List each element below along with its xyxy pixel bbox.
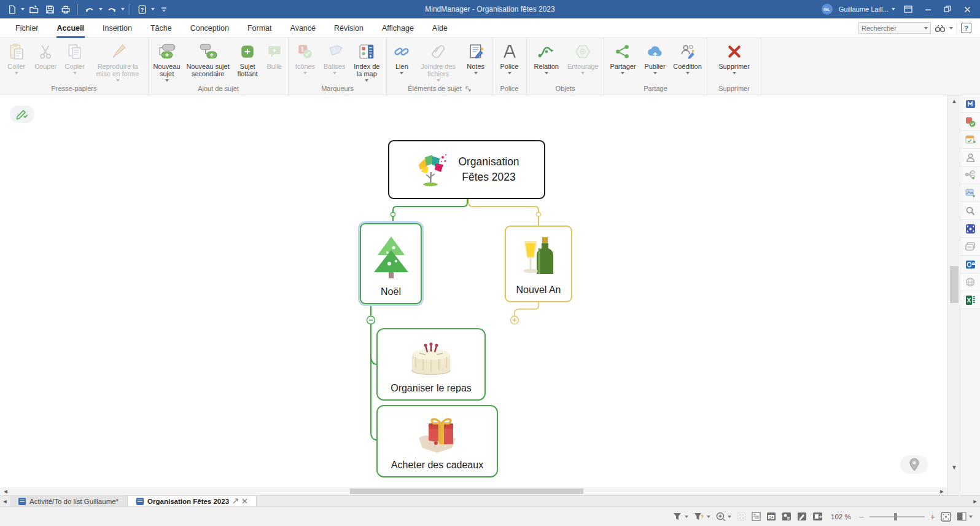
sidebar-item-contacts[interactable] (960, 149, 980, 167)
minimize-button[interactable] (921, 2, 935, 16)
sidebar-item-browser[interactable] (960, 273, 980, 291)
print-icon[interactable] (59, 2, 72, 16)
scroll-left-arrow[interactable]: ◄ (1, 488, 10, 495)
close-tab-icon[interactable] (242, 498, 247, 504)
notes-button[interactable]: Notes (462, 40, 489, 74)
search-dropdown-chevron-icon[interactable] (924, 27, 928, 29)
undo-icon[interactable] (83, 2, 96, 16)
tab-fichier[interactable]: Fichier (6, 18, 48, 38)
tab-affichage[interactable]: Affichage (373, 18, 423, 38)
tab-accueil[interactable]: Accueil (48, 18, 93, 38)
font-button[interactable]: Police (495, 40, 524, 74)
map-index-button[interactable]: Index de la map (350, 40, 384, 82)
close-button[interactable] (960, 2, 974, 16)
sidebar-item-task-info[interactable] (960, 131, 980, 149)
edit-mode-indicator[interactable] (10, 106, 34, 123)
presentation-view-button[interactable] (812, 512, 823, 521)
document-tab-organisation-fetes[interactable]: Organisation Fêtes 2023 (128, 496, 257, 506)
publish-button[interactable]: Publier (640, 40, 669, 74)
format-painter-button[interactable]: Reproduire la mise en forme (90, 40, 146, 82)
share-button[interactable]: Partager (607, 40, 639, 74)
scroll-down-arrow[interactable]: ▼ (948, 464, 960, 471)
relationship-button[interactable]: Relation (529, 40, 564, 74)
callout-button[interactable]: Bulle (263, 40, 286, 70)
tab-avance[interactable]: Avancé (281, 18, 325, 38)
avatar[interactable]: GL (822, 4, 833, 15)
tab-tache[interactable]: Tâche (141, 18, 181, 38)
new-topic-button[interactable]: Nouveau sujet (151, 40, 182, 82)
zoom-tools-button[interactable] (716, 512, 731, 522)
tab-insertion[interactable]: Insertion (93, 18, 141, 38)
scroll-right-arrow[interactable]: ► (938, 488, 946, 495)
horizontal-scrollbar-thumb[interactable] (350, 489, 583, 494)
map-canvas[interactable]: Organisation Fêtes 2023 Noël (0, 95, 947, 487)
tags-button[interactable]: Balises (321, 40, 349, 74)
topic-nouvel-an[interactable]: Nouvel An (505, 226, 572, 302)
tab-format[interactable]: Format (238, 18, 281, 38)
document-tab-activite[interactable]: Activité/To do list Guillaume* (10, 496, 128, 506)
sidebar-item-map-parts[interactable] (960, 167, 980, 184)
sidebar-item-library[interactable] (960, 95, 980, 113)
gantt-calendar-button[interactable]: 24 (766, 512, 776, 521)
sidebar-item-icon-markers[interactable] (960, 113, 980, 131)
delete-button[interactable]: Supprimer (714, 40, 755, 74)
fit-map-button[interactable] (941, 512, 951, 522)
cut-button[interactable]: Couper (31, 40, 59, 70)
scroll-up-arrow[interactable]: ▲ (948, 98, 960, 104)
filter-button[interactable] (673, 512, 688, 520)
schedule-view-button[interactable] (782, 512, 791, 521)
help-chevron-icon[interactable] (151, 8, 155, 10)
tab-conception[interactable]: Conception (181, 18, 238, 38)
boundary-button[interactable]: Entourage (565, 40, 601, 74)
tab-scroll-left-arrow[interactable]: ◄ (0, 496, 10, 506)
find-chevron-icon[interactable] (949, 27, 953, 29)
link-button[interactable]: Lien (389, 40, 414, 74)
copy-button[interactable]: Copier (61, 40, 88, 74)
floating-topic-button[interactable]: Sujet flottant (233, 40, 262, 77)
locate-map-pin-button[interactable] (900, 455, 928, 474)
central-topic[interactable]: Organisation Fêtes 2023 (388, 140, 545, 199)
dialog-launcher-icon[interactable] (465, 86, 471, 92)
redo-icon[interactable] (105, 2, 119, 16)
zoom-slider-thumb[interactable] (894, 513, 897, 520)
vertical-scrollbar[interactable]: ▲ ▼ (947, 95, 960, 495)
paste-button[interactable]: Coller (2, 40, 30, 74)
sidebar-item-snapshot[interactable] (960, 220, 980, 238)
search-input[interactable] (861, 25, 924, 32)
help-document-icon[interactable]: ? (135, 2, 149, 16)
undo-chevron-icon[interactable] (99, 8, 103, 10)
ribbon-display-options-icon[interactable] (901, 2, 915, 16)
topic-noel[interactable]: Noël (360, 223, 422, 304)
ink-pen-button[interactable] (797, 512, 807, 521)
icons-button[interactable]: Icônes (291, 40, 319, 74)
customize-toolbar-icon[interactable] (157, 2, 171, 16)
user-menu[interactable]: Guillaume Laill... (839, 6, 895, 13)
sidebar-item-search[interactable] (960, 202, 980, 220)
horizontal-scrollbar[interactable]: ◄ ► (0, 487, 947, 495)
attach-files-button[interactable]: Joindre des fichiers (416, 40, 461, 82)
float-tab-icon[interactable] (233, 498, 238, 504)
restore-button[interactable] (941, 2, 954, 16)
sidebar-item-slides[interactable] (960, 238, 980, 256)
sidebar-item-excel[interactable] (960, 291, 980, 309)
new-document-chevron-icon[interactable] (21, 8, 25, 10)
save-icon[interactable] (43, 2, 56, 16)
open-file-icon[interactable] (27, 2, 41, 16)
zoom-out-button[interactable]: − (859, 512, 864, 522)
collapse-branch-button[interactable] (365, 314, 377, 326)
sidebar-item-images[interactable] (960, 184, 980, 202)
new-subtopic-button[interactable]: Nouveau sujet secondaire (184, 40, 232, 77)
subtopic-acheter-des-cadeaux[interactable]: Acheter des cadeaux (376, 405, 498, 477)
redo-chevron-icon[interactable] (121, 8, 125, 10)
tab-aide[interactable]: Aide (423, 18, 457, 38)
outline-view-button[interactable] (752, 512, 761, 521)
zoom-in-button[interactable]: + (930, 512, 935, 522)
sidebar-item-outlook[interactable] (960, 256, 980, 273)
task-pane-toggle-button[interactable] (957, 512, 973, 521)
new-document-icon[interactable] (5, 2, 18, 16)
zoom-slider[interactable] (869, 516, 925, 517)
help-icon[interactable]: ? (961, 23, 971, 33)
tab-revision[interactable]: Révision (325, 18, 373, 38)
coediting-button[interactable]: Coédition (671, 40, 704, 74)
vertical-scrollbar-thumb[interactable] (950, 266, 959, 303)
